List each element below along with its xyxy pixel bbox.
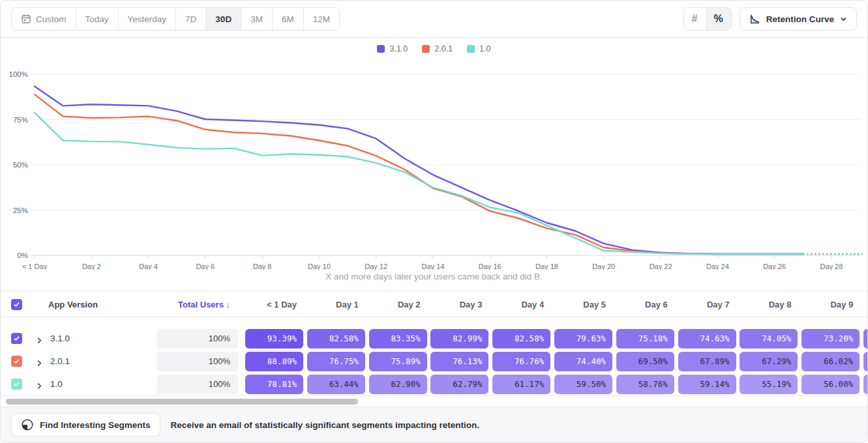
horizontal-scrollbar-thumb[interactable] [6,399,358,405]
column-header-day-5: Day 5 [554,291,612,318]
svg-text:0%: 0% [17,251,28,259]
svg-text:Day 8: Day 8 [253,263,272,270]
table-row-2-0-1: 2.0.1100%88.89%76.75%75.89%76.13%76.76%7… [1,350,867,373]
svg-text:75%: 75% [13,116,28,124]
retention-cell[interactable]: 56.00% [801,375,860,394]
retention-chart: 0%25%50%75%100%< 1 DayDay 2Day 4Day 6Day… [1,55,868,270]
retention-cell[interactable]: 58.76% [616,375,674,394]
chart-legend: 3.1.02.0.11.0 [1,43,867,55]
check-icon [13,301,20,308]
legend-item-3-1-0[interactable]: 3.1.0 [377,44,408,53]
column-header-day-4: Day 4 [492,291,550,318]
retention-cell[interactable]: 62.79% [430,375,488,394]
retention-cell[interactable]: 88.89% [245,352,303,371]
retention-cell[interactable]: 62.90% [369,375,427,394]
date-range-3m[interactable]: 3M [241,8,272,30]
retention-cell[interactable]: 59.14% [678,375,736,394]
table-header: App Version Total Users ↓ < 1 DayDay 1Da… [1,291,867,317]
find-interesting-segments-label: Find Interesting Segments [40,420,151,430]
date-range-today[interactable]: Today [76,8,118,30]
date-range-label: 6M [282,14,294,24]
column-header-total-users[interactable]: Total Users ↓ [157,291,230,318]
retention-cell[interactable]: 74.05% [740,329,798,349]
retention-cell[interactable]: 73.20% [801,329,860,349]
column-header-day-9: Day 9 [801,291,860,318]
legend-label: 1.0 [479,44,490,53]
chevron-right-icon[interactable] [36,358,43,369]
svg-text:Day 2: Day 2 [82,263,101,270]
date-range-label: 12M [313,14,330,24]
horizontal-scrollbar-track[interactable] [1,399,867,405]
svg-text:Day 14: Day 14 [422,263,445,270]
retention-cell[interactable]: 61.17% [492,375,550,394]
percent-mode-button[interactable]: % [706,8,731,30]
table-body: 3.1.0100%93.39%82.58%83.35%82.99%82.58%7… [1,317,867,396]
legend-item-2-0-1[interactable]: 2.0.1 [422,44,453,53]
retention-report-card: CustomTodayYesterday7D30D3M6M12M #% Rete… [0,0,868,443]
date-range-6m[interactable]: 6M [272,8,303,30]
retention-cell[interactable]: 82.58% [492,329,550,349]
total-users-cell: 100% [157,375,238,394]
retention-cell[interactable]: 74.63% [678,329,736,349]
retention-cell[interactable]: 75.18% [616,329,674,349]
row-checkbox[interactable] [11,379,22,390]
date-range-30d[interactable]: 30D [205,8,241,30]
retention-cell[interactable]: 67.29% [740,352,798,371]
chevron-right-icon[interactable] [36,335,43,347]
select-all-checkbox[interactable] [11,299,22,310]
retention-cell[interactable]: 76.76% [492,352,550,371]
svg-text:50%: 50% [13,161,28,169]
retention-cell[interactable]: 76.75% [307,352,365,371]
svg-text:< 1 Day: < 1 Day [22,263,48,270]
date-range-group: CustomTodayYesterday7D30D3M6M12M [11,7,340,31]
retention-cell[interactable]: 59.50% [554,375,612,394]
retention-cell[interactable]: 93.39% [245,329,303,349]
svg-text:Day 6: Day 6 [196,263,215,270]
retention-cell[interactable]: 78.81% [245,375,303,394]
chart-caption: X and more days later your users came ba… [1,270,867,285]
app-version-label: 2.0.1 [50,350,70,373]
app-version-label: 3.1.0 [50,327,70,350]
retention-cell[interactable]: 83.35% [369,329,427,349]
retention-cell-clipped[interactable] [863,352,867,371]
row-checkbox[interactable] [11,356,22,367]
table-row-1-0: 1.0100%78.81%63.44%62.90%62.79%61.17%59.… [1,373,867,395]
date-range-label: Custom [36,14,67,24]
retention-cell[interactable]: 66.02% [801,352,860,371]
retention-cell[interactable]: 82.99% [430,329,488,349]
chevron-right-icon[interactable] [36,380,43,392]
column-header-day-7: Day 7 [678,291,736,318]
chart-section: 3.1.02.0.11.0 0%25%50%75%100%< 1 DayDay … [1,38,867,285]
hash-mode-button[interactable]: # [684,8,706,30]
date-range-yesterday[interactable]: Yesterday [118,8,176,30]
toolbar: CustomTodayYesterday7D30D3M6M12M #% Rete… [1,1,867,38]
date-range-12m[interactable]: 12M [303,8,339,30]
svg-text:Day 26: Day 26 [763,263,786,270]
column-header-app-version: App Version [48,291,98,318]
retention-cell[interactable]: 79.63% [554,329,612,349]
retention-curve-icon [749,14,760,25]
date-range-custom[interactable]: Custom [12,8,76,30]
chart-type-dropdown[interactable]: Retention Curve [740,7,857,31]
retention-cell[interactable]: 75.89% [369,352,427,371]
retention-cell[interactable]: 63.44% [307,375,365,394]
legend-item-1-0[interactable]: 1.0 [467,44,490,53]
total-users-cell: 100% [157,352,238,371]
find-interesting-segments-button[interactable]: Find Interesting Segments [11,413,160,436]
check-icon [13,335,20,342]
retention-cell[interactable]: 55.19% [740,375,798,394]
date-range-7d[interactable]: 7D [175,8,205,30]
retention-cell[interactable]: 76.13% [430,352,488,371]
retention-cell-clipped[interactable] [863,375,867,394]
retention-cell[interactable]: 67.89% [678,352,736,371]
retention-cell[interactable]: 69.50% [616,352,674,371]
retention-cell[interactable]: 82.58% [307,329,365,349]
check-icon [13,380,20,388]
row-checkbox[interactable] [11,333,22,344]
retention-cell[interactable]: 74.40% [554,352,612,371]
legend-label: 2.0.1 [434,44,453,53]
svg-text:100%: 100% [9,70,28,78]
app-version-label: 1.0 [50,373,63,395]
legend-swatch [467,45,475,53]
retention-cell-clipped[interactable] [863,329,867,349]
